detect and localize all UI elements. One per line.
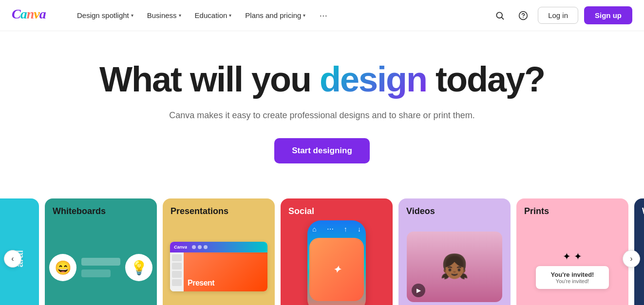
svg-line-2 — [502, 17, 504, 19]
social-content-area: ✦ — [309, 238, 364, 301]
hero-section: What will you design today? Canva makes … — [0, 31, 644, 183]
hero-subtitle: Canva makes it easy to create profession… — [12, 110, 632, 121]
nav-design-spotlight-label: Design spotlight — [77, 11, 129, 19]
nav-business[interactable]: Business ▾ — [141, 7, 187, 23]
invitation-title: You're invited! — [543, 271, 602, 278]
chevron-down-icon: ▾ — [303, 13, 305, 18]
nav-education[interactable]: Education ▾ — [189, 7, 238, 23]
nav-more-button[interactable]: ··· — [313, 6, 333, 25]
play-icon: ▶ — [412, 284, 425, 297]
search-button[interactable] — [491, 7, 509, 24]
carousel-prev-button[interactable]: ‹ — [4, 250, 21, 268]
presentations-mockup: Canva Present — [170, 242, 267, 291]
pres-body: Present — [170, 252, 267, 291]
invitation-card: You're invited! You're invited! — [536, 266, 609, 289]
hero-title-part1: What will you — [99, 60, 320, 99]
canva-logo-social: ✦ — [333, 264, 341, 275]
card-whiteboards[interactable]: Whiteboards 😄 💡 — [45, 198, 157, 305]
hero-title-part2: today? — [427, 60, 545, 99]
whiteboards-illustration: 😄 💡 — [45, 250, 157, 289]
canva-logo[interactable]: Canva — [12, 6, 56, 25]
video-mockup: 👧🏾 ▶ — [407, 232, 502, 302]
social-topbar: ⌂ ⋯ ↑ ↓ — [307, 220, 366, 236]
chevron-down-icon: ▾ — [131, 13, 133, 18]
sparkle-icons: ✦ ✦ — [563, 251, 582, 262]
card-social-label: Social — [281, 198, 393, 220]
invitation-subtitle: You're invited! — [543, 278, 602, 284]
hero-title-highlight: design — [320, 60, 427, 99]
pres-topbar: Canva — [170, 242, 267, 252]
upload-icon: ↑ — [344, 225, 347, 233]
navbar: Canva Design spotlight ▾ Business ▾ Educ… — [0, 0, 644, 31]
card-presentations-content: Canva Present — [163, 220, 275, 305]
card-presentations-label: Presentations — [163, 198, 275, 220]
nav-actions: Log in Sign up — [491, 6, 632, 24]
nav-education-label: Education — [195, 11, 227, 19]
card-prints[interactable]: Prints ✦ ✦ You're invited! You're invite… — [516, 198, 628, 305]
card-prints-label: Prints — [516, 198, 628, 220]
chevron-down-icon: ▾ — [229, 13, 231, 18]
social-phone-mockup: ⌂ ⋯ ↑ ↓ ✦ — [307, 220, 366, 305]
download-icon: ↓ — [358, 225, 361, 233]
help-button[interactable] — [514, 7, 532, 24]
hero-title: What will you design today? — [12, 60, 632, 99]
pres-main-text: Present — [188, 279, 214, 287]
card-videos[interactable]: Videos 👧🏾 ▶ — [398, 198, 511, 305]
help-icon — [518, 11, 528, 20]
emoji-bulb: 💡 — [125, 254, 152, 281]
card-videos-content: 👧🏾 ▶ — [398, 220, 511, 305]
card-prints-content: ✦ ✦ You're invited! You're invited! — [516, 220, 628, 305]
card-whiteboards-label: Whiteboards — [45, 198, 157, 220]
carousel-next-button[interactable]: › — [623, 250, 640, 268]
share-icon: ⋯ — [327, 225, 334, 233]
signup-button[interactable]: Sign up — [584, 6, 632, 24]
card-partial-left[interactable]: aral — [0, 198, 39, 305]
partial-left-content: aral — [0, 198, 39, 305]
card-videos-label: Videos — [398, 198, 511, 220]
nav-business-label: Business — [147, 11, 177, 19]
pres-main: Present — [184, 252, 267, 291]
card-social-content: ⌂ ⋯ ↑ ↓ ✦ — [281, 220, 393, 305]
nav-plans-pricing[interactable]: Plans and pricing ▾ — [239, 7, 311, 23]
design-categories-section: ‹ aral Whiteboards 😄 💡 — [0, 198, 644, 305]
svg-text:Canva: Canva — [12, 6, 46, 21]
start-designing-button[interactable]: Start designing — [274, 138, 370, 163]
card-whiteboards-content: 😄 💡 — [45, 220, 157, 305]
nav-plans-pricing-label: Plans and pricing — [245, 11, 301, 19]
card-web-label: We — [634, 198, 644, 220]
nav-design-spotlight[interactable]: Design spotlight ▾ — [71, 7, 139, 23]
emoji-face: 😄 — [49, 254, 76, 281]
nav-links: Design spotlight ▾ Business ▾ Education … — [71, 6, 491, 25]
card-social[interactable]: Social ⌂ ⋯ ↑ ↓ ✦ — [281, 198, 393, 305]
login-button[interactable]: Log in — [538, 7, 578, 24]
home-icon: ⌂ — [312, 225, 316, 233]
prints-illustration: ✦ ✦ You're invited! You're invited! — [532, 247, 613, 293]
card-presentations[interactable]: Presentations Canva — [163, 198, 275, 305]
search-icon — [495, 11, 505, 20]
chevron-down-icon: ▾ — [179, 13, 181, 18]
design-categories-strip: aral Whiteboards 😄 💡 Presentations — [0, 198, 644, 305]
pres-sidebar — [170, 252, 184, 291]
